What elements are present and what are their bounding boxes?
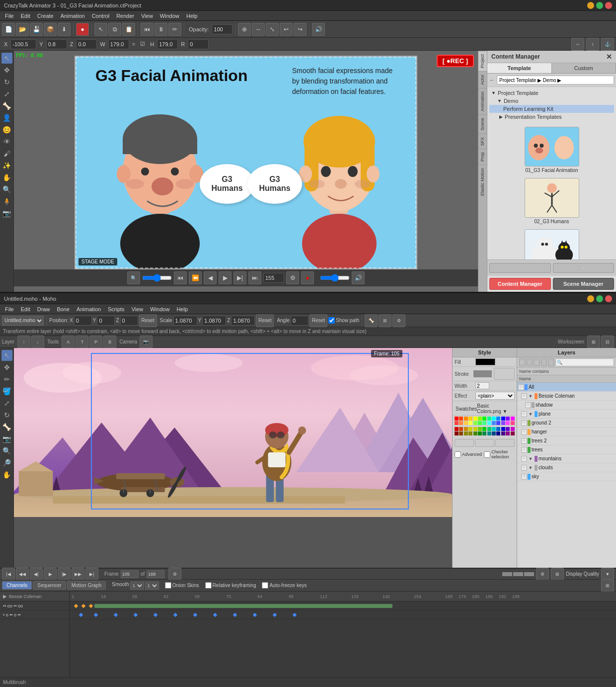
undo-button[interactable]: ↩ xyxy=(280,23,293,36)
keyframe[interactable] xyxy=(173,613,177,617)
select-tool-btn[interactable]: ↖ xyxy=(1,53,12,64)
expand-bessie[interactable]: ▼ xyxy=(528,393,534,399)
zoom-slider[interactable] xyxy=(142,274,172,282)
layer-hanger[interactable]: 👁 hanger xyxy=(517,428,616,436)
moho-minimize-button[interactable] xyxy=(587,295,594,302)
color-cell[interactable] xyxy=(464,431,468,435)
back-arrow-icon[interactable]: ← xyxy=(489,77,495,83)
color-cell[interactable] xyxy=(492,421,496,425)
menu-animation[interactable]: Animation xyxy=(58,12,88,20)
paste-btn[interactable]: Paste xyxy=(475,439,494,447)
layer-bessie[interactable]: 👁 ▼ Bessie Coleman xyxy=(517,392,616,401)
layers-tb-btn5[interactable]: ↓ xyxy=(548,358,554,366)
color-cell[interactable] xyxy=(464,427,468,431)
copy-button[interactable]: ⧉ xyxy=(108,23,121,36)
settings-btn[interactable]: ⚙ xyxy=(286,271,299,284)
face-tool-btn[interactable]: 😊 xyxy=(1,124,12,135)
r-input[interactable] xyxy=(188,39,209,49)
frame-expand-btn[interactable]: ⊞ xyxy=(379,314,391,327)
zoom-out-btn[interactable]: 🔍 xyxy=(127,271,140,284)
tl-settings-btn[interactable]: ⚙ xyxy=(168,568,181,581)
color-cell[interactable] xyxy=(459,427,463,431)
stroke-color-swatch[interactable] xyxy=(473,370,491,377)
layer-clouds[interactable]: 👁 ▼ clouds xyxy=(517,463,616,472)
color-cell[interactable] xyxy=(455,431,459,435)
layer-down-btn[interactable]: ↓ xyxy=(31,336,44,348)
moho-menu-file[interactable]: File xyxy=(2,305,17,313)
advanced-checkbox[interactable] xyxy=(455,451,461,458)
vis-shadow[interactable]: 👁 xyxy=(525,402,531,408)
color-cell[interactable] xyxy=(492,427,496,431)
moho-menu-animation[interactable]: Animation xyxy=(74,305,104,313)
color-cell[interactable] xyxy=(496,427,500,431)
color-cell[interactable] xyxy=(468,417,472,421)
layer-plane[interactable]: 👁 ▼ plane xyxy=(517,410,616,419)
auto-freeze-checkbox[interactable] xyxy=(262,582,268,589)
color-cell[interactable] xyxy=(468,431,472,435)
color-cell[interactable] xyxy=(501,417,505,421)
redo-button[interactable]: ↪ xyxy=(294,23,307,36)
last-frame-btn[interactable]: ▶| xyxy=(85,568,98,581)
scale-z-input[interactable] xyxy=(231,316,255,326)
angle-input[interactable] xyxy=(291,316,308,326)
smooth-select[interactable]: 1 xyxy=(130,582,144,590)
menu-render[interactable]: Render xyxy=(113,12,137,20)
eye-tool-btn[interactable]: 👁 xyxy=(1,136,12,147)
pencil-tool[interactable]: ✏ xyxy=(168,23,181,36)
filename-selector[interactable]: Untitled.moho xyxy=(2,316,44,326)
interpolation-select[interactable]: 1 xyxy=(145,582,159,590)
play-btn[interactable]: ▶ xyxy=(219,271,231,284)
display-quality-btn[interactable]: ▼ xyxy=(601,568,614,581)
color-cell[interactable] xyxy=(487,431,491,435)
layer-trees2[interactable]: 👁 trees 2 xyxy=(517,436,616,445)
record2-btn[interactable]: ● xyxy=(301,271,314,284)
keyframe[interactable] xyxy=(293,613,297,617)
moho-menu-scripts[interactable]: Scripts xyxy=(105,305,128,313)
layer-sky[interactable]: 👁 sky xyxy=(517,472,616,481)
color-cell[interactable] xyxy=(506,421,510,425)
zoom-tool-btn[interactable]: 🔍 xyxy=(1,184,12,195)
next-frame-btn[interactable]: ▶▶ xyxy=(72,568,84,581)
keyframe[interactable] xyxy=(193,613,197,617)
color-cell[interactable] xyxy=(482,421,486,425)
color-cell[interactable] xyxy=(478,421,482,425)
color-cell[interactable] xyxy=(487,421,491,425)
audio-button[interactable]: 🔊 xyxy=(312,23,325,36)
color-cell[interactable] xyxy=(478,417,482,421)
ws-btn2[interactable]: ⊟ xyxy=(601,336,614,348)
y-input[interactable] xyxy=(46,39,67,49)
ws-btn1[interactable]: ⊞ xyxy=(587,336,600,348)
tab-custom[interactable]: Custom xyxy=(552,63,616,73)
color-cell[interactable] xyxy=(473,431,477,435)
color-cell[interactable] xyxy=(501,431,505,435)
layers-tb-btn2[interactable]: + xyxy=(527,358,533,366)
frame-number-input[interactable] xyxy=(263,273,284,283)
color-cell[interactable] xyxy=(487,427,491,431)
body-tool-btn[interactable]: 🧍 xyxy=(1,196,12,207)
layer-ground2[interactable]: 👁 ground 2 xyxy=(517,419,616,428)
color-cell[interactable] xyxy=(487,417,491,421)
menu-file[interactable]: File xyxy=(2,12,17,20)
vis-ground2[interactable]: 👁 xyxy=(521,420,527,426)
move-tool-btn[interactable]: ✥ xyxy=(1,65,12,76)
open-button[interactable]: 📂 xyxy=(16,23,29,36)
layer-trees[interactable]: 👁 trees xyxy=(517,445,616,454)
tab-sfx[interactable]: SFX xyxy=(478,134,487,149)
tab-project[interactable]: Project xyxy=(478,51,487,71)
close-icon[interactable]: ✕ xyxy=(606,53,612,61)
color-cell[interactable] xyxy=(506,427,510,431)
moho-move-tool[interactable]: ✥ xyxy=(1,362,12,373)
stop-button[interactable]: ⏸ xyxy=(154,23,167,36)
layer-all[interactable]: 👁 All xyxy=(517,383,616,392)
moho-settings-btn[interactable]: ⚙ xyxy=(392,314,405,327)
x-input[interactable] xyxy=(10,39,36,49)
reset-angle-button[interactable]: Reset xyxy=(309,314,327,327)
record-button[interactable]: ● xyxy=(76,23,89,36)
color-cell[interactable] xyxy=(506,417,510,421)
play-pause-btn[interactable]: ▶ xyxy=(44,568,57,581)
keyframe[interactable] xyxy=(273,613,277,617)
tab-channels[interactable]: Channels xyxy=(2,581,32,590)
moho-maximize-button[interactable] xyxy=(596,295,603,302)
import-button[interactable]: ⬇ xyxy=(58,23,71,36)
play-back-btn[interactable]: ⏪ xyxy=(189,271,202,284)
